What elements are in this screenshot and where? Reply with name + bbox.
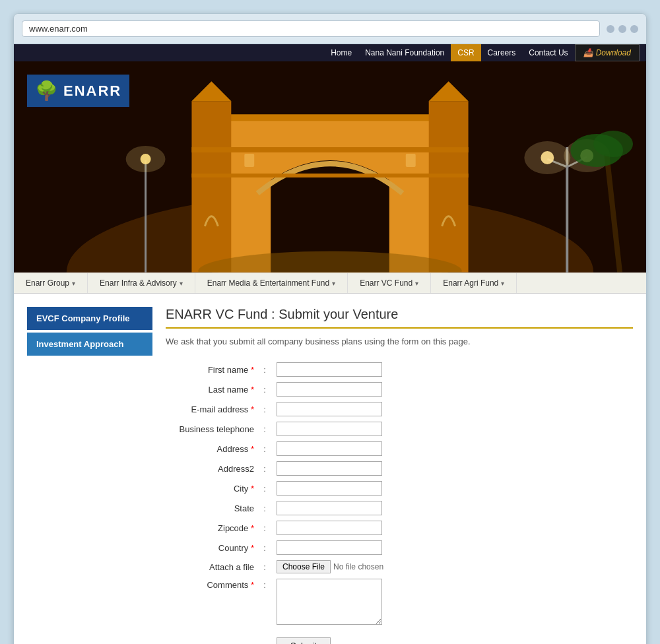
nav-home[interactable]: Home [324,44,358,61]
input-country[interactable] [277,540,382,555]
input-cell-address1 [271,439,633,459]
input-email[interactable] [277,402,382,416]
choose-file-button[interactable]: Choose File [277,560,331,573]
sub-nav-enarr-agri-label: Enarr Agri Fund [443,278,498,288]
nav-contact[interactable]: Contact Us [522,44,574,61]
input-cell-lastname [271,379,633,399]
label-email: E-mail address * [166,399,258,419]
logo-tree-icon: 🌳 [35,80,58,102]
input-state[interactable] [277,501,382,515]
input-firstname[interactable] [277,362,382,377]
colon-firstname: : [258,360,271,379]
label-phone: Business telephone [166,419,258,439]
sub-nav-enarr-group[interactable]: Enarr Group ▾ [14,273,88,293]
colon-state: : [258,498,271,518]
venture-form: First name * : Last name * [166,360,633,644]
svg-rect-23 [406,154,416,167]
colon-file: : [258,558,271,576]
input-address2[interactable] [277,461,382,476]
dot2 [618,25,626,33]
form-row-address1: Address * : [166,439,633,459]
svg-point-20 [593,131,633,157]
sub-nav-enarr-group-label: Enarr Group [26,278,69,288]
label-submit-empty [166,629,258,644]
dot1 [607,25,614,33]
sub-nav: Enarr Group ▾ Enarr Infra & Advisory ▾ E… [14,273,646,294]
required-star-city: * [251,484,254,494]
svg-rect-22 [244,154,254,167]
svg-rect-5 [429,101,469,272]
label-file: Attach a file [166,558,258,576]
sub-nav-enarr-vc[interactable]: Enarr VC Fund ▾ [348,273,431,293]
browser-dots [607,25,638,33]
colon-country: : [258,538,271,558]
dropdown-icon-1: ▾ [180,280,183,287]
label-lastname: Last name * [166,379,258,399]
sub-nav-enarr-vc-label: Enarr VC Fund [360,278,412,288]
label-address1: Address * [166,439,258,459]
sub-nav-enarr-infra[interactable]: Enarr Infra & Advisory ▾ [88,273,195,293]
svg-point-10 [126,146,166,172]
form-row-comments: Comments * : [166,576,633,629]
nav-nana-nani[interactable]: Nana Nani Foundation [358,44,451,61]
required-star-email: * [251,404,254,414]
sub-nav-enarr-infra-label: Enarr Infra & Advisory [100,278,177,288]
content-area: ENARR VC Fund : Submit your Venture We a… [166,307,633,644]
label-city: City * [166,478,258,498]
sub-nav-enarr-media-label: Enarr Media & Entertainment Fund [207,278,329,288]
input-cell-email [271,399,633,419]
input-comments[interactable] [277,579,382,625]
submit-button[interactable]: Submit [277,637,331,644]
dropdown-icon-4: ▾ [501,280,504,287]
input-zipcode[interactable] [277,521,382,535]
input-city[interactable] [277,481,382,496]
input-lastname[interactable] [277,382,382,397]
colon-zipcode: : [258,518,271,538]
page-title: ENARR VC Fund : Submit your Venture [166,307,633,329]
colon-city: : [258,478,271,498]
form-row-country: Country * : [166,538,633,558]
input-cell-firstname [271,360,633,379]
form-row-lastname: Last name * : [166,379,633,399]
dropdown-icon-2: ▾ [332,280,335,287]
sidebar-btn-investment[interactable]: Investment Approach [27,333,152,356]
input-cell-address2 [271,459,633,478]
label-address2: Address2 [166,459,258,478]
label-zipcode: Zipcode * [166,518,258,538]
file-input-wrapper: Choose File No file chosen [277,560,629,573]
form-row-phone: Business telephone : [166,419,633,439]
required-star-comments: * [251,580,254,590]
svg-rect-7 [191,174,468,177]
download-button[interactable]: 📥 Download [575,44,640,61]
colon-email: : [258,399,271,419]
label-firstname: First name * [166,360,258,379]
label-country: Country * [166,538,258,558]
label-state: State [166,498,258,518]
input-cell-comments [271,576,633,629]
input-phone[interactable] [277,422,382,436]
form-row-submit: Submit [166,629,633,644]
colon-submit-empty [258,629,271,644]
form-row-file: Attach a file : Choose File No file chos… [166,558,633,576]
site-content: Home Nana Nani Foundation CSR Careers Co… [14,44,646,644]
required-star-lastname: * [251,385,254,395]
input-cell-file: Choose File No file chosen [271,558,633,576]
main-content: EVCF Company Profile Investment Approach… [14,294,646,644]
label-comments: Comments * [166,576,258,629]
colon-comments: : [258,576,271,629]
sub-nav-enarr-media[interactable]: Enarr Media & Entertainment Fund ▾ [195,273,348,293]
required-star-country: * [251,543,254,553]
browser-window: Home Nana Nani Foundation CSR Careers Co… [13,13,647,644]
nav-csr[interactable]: CSR [451,44,480,61]
nav-careers[interactable]: Careers [481,44,523,61]
required-star-address1: * [251,444,254,454]
no-file-text: No file chosen [333,562,383,571]
sub-nav-enarr-agri[interactable]: Enarr Agri Fund ▾ [431,273,517,293]
sidebar-btn-evcf-profile[interactable]: EVCF Company Profile [27,307,152,330]
colon-address1: : [258,439,271,459]
download-icon: 📥 [583,48,593,57]
svg-rect-6 [191,147,468,152]
address-bar[interactable] [22,20,600,37]
input-address1[interactable] [277,441,382,456]
page-description: We ask that you submit all company busin… [166,337,633,346]
